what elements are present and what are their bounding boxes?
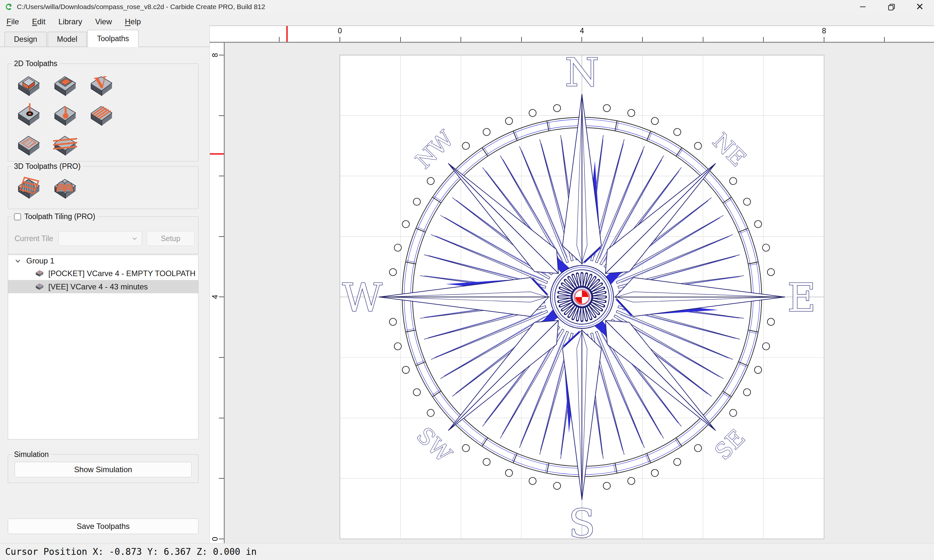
ruler-tick xyxy=(400,37,401,42)
close-button[interactable]: ✕ xyxy=(905,0,934,14)
cursor-y-marker xyxy=(210,153,224,155)
group-2d-toolpaths: 2D Toolpaths V xyxy=(8,63,199,162)
menu-help[interactable]: Help xyxy=(119,15,147,28)
toolpath-tree: Group 1 V[POCKET] VCarve 4 - EMPTY TOOLP… xyxy=(8,255,199,440)
current-tile-label: Current Tile xyxy=(15,234,59,243)
ruler-tick xyxy=(219,236,224,237)
ruler-tick xyxy=(521,37,522,42)
svg-text:E: E xyxy=(788,275,816,320)
ruler-label-x-8: 8 xyxy=(822,26,826,35)
keyhole-toolpath-button[interactable] xyxy=(51,102,79,128)
toolpath-2d-icon-grid: V xyxy=(8,64,198,163)
ruler-tick xyxy=(884,37,885,42)
ruler-tick xyxy=(824,37,825,42)
ruler-tick xyxy=(642,37,643,42)
ruler-tick xyxy=(703,37,703,42)
ruler-corner xyxy=(210,26,225,42)
svg-text:N: N xyxy=(565,50,599,95)
cursor-position-text: Cursor Position X: -0.873 Y: 6.367 Z: 0.… xyxy=(5,546,256,557)
menu-edit[interactable]: Edit xyxy=(26,15,52,28)
svg-text:V: V xyxy=(38,270,42,275)
ruler-tick xyxy=(219,538,224,539)
group-3d-toolpaths: 3D Toolpaths (PRO) xyxy=(8,166,199,209)
status-bar: Cursor Position X: -0.873 Y: 6.367 Z: 0.… xyxy=(0,543,934,560)
group-2d-title: 2D Toolpaths xyxy=(11,59,60,68)
ruler-tick xyxy=(763,37,764,42)
show-simulation-button[interactable]: Show Simulation xyxy=(15,462,192,477)
ruler-tick xyxy=(219,418,224,418)
tiling-title: Toolpath Tiling (PRO) xyxy=(24,212,96,221)
simulation-title: Simulation xyxy=(11,450,51,459)
cursor-x-marker xyxy=(287,26,288,42)
ruler-label-x-4: 4 xyxy=(580,26,584,35)
menu-bar: FileEditLibraryViewHelp xyxy=(0,14,147,30)
tree-group-label: Group 1 xyxy=(26,256,54,265)
rest-machining-toolpath-button[interactable] xyxy=(51,132,79,158)
toolpath-item-label: [POCKET] VCarve 4 - EMPTY TOOLPATH xyxy=(48,269,196,278)
ruler-label-x-0: 0 xyxy=(338,26,342,35)
restore-button[interactable] xyxy=(877,0,905,14)
toolpath-3d-icon-grid xyxy=(8,166,198,206)
ruler-label-y-4: 4 xyxy=(211,295,220,299)
ruler-tick xyxy=(219,55,224,55)
finish-toolpath-button[interactable] xyxy=(51,175,79,201)
group-3d-title: 3D Toolpaths (PRO) xyxy=(11,162,83,171)
app-logo-icon xyxy=(5,2,14,11)
ruler-tick xyxy=(219,478,224,478)
engrave-toolpath-button[interactable] xyxy=(87,102,116,128)
compass-rose-drawing: NSWENWNESESW xyxy=(225,43,934,543)
rough-toolpath-button[interactable] xyxy=(15,175,43,201)
drill-toolpath-button[interactable] xyxy=(15,102,43,128)
chevron-down-icon xyxy=(14,257,22,265)
design-canvas[interactable]: NSWENWNESESW xyxy=(225,43,934,543)
tab-toolpaths[interactable]: Toolpaths xyxy=(88,30,138,47)
horizontal-ruler: 048 xyxy=(225,26,934,42)
svg-text:W: W xyxy=(342,275,382,320)
menu-file[interactable]: File xyxy=(0,15,26,28)
svg-text:V: V xyxy=(38,283,42,288)
tab-design[interactable]: Design xyxy=(5,32,47,47)
current-tile-select[interactable] xyxy=(59,231,142,246)
vcarve-toolpath-icon: V xyxy=(35,269,45,278)
group-toolpath-tiling: Toolpath Tiling (PRO) Current Tile Setup xyxy=(8,217,199,254)
group-simulation: Simulation Show Simulation xyxy=(8,454,199,483)
setup-button[interactable]: Setup xyxy=(146,231,194,246)
window-title: C:/Users/willa/Downloads/compass_rose_v8… xyxy=(17,3,265,11)
current-tile-row: Current Tile Setup xyxy=(15,231,194,246)
tab-strip: DesignModelToolpaths xyxy=(0,30,210,47)
ruler-tick xyxy=(219,357,224,358)
tiling-checkbox[interactable] xyxy=(14,213,21,220)
toolpath-item-label: [VEE] VCarve 4 - 43 minutes xyxy=(48,282,148,291)
minimize-button[interactable] xyxy=(848,0,877,14)
tab-model[interactable]: Model xyxy=(48,32,87,47)
ruler-tick xyxy=(461,37,461,42)
toolpath-list-item[interactable]: V[POCKET] VCarve 4 - EMPTY TOOLPATH xyxy=(8,267,198,280)
menu-view[interactable]: View xyxy=(89,15,119,28)
ruler-tick xyxy=(339,37,340,42)
svg-text:S: S xyxy=(569,501,595,543)
tree-group-row[interactable]: Group 1 xyxy=(8,255,198,267)
vcarve-toolpath-icon: V xyxy=(35,283,45,291)
tiling-header: Toolpath Tiling (PRO) xyxy=(11,212,98,221)
ruler-label-y-8: 8 xyxy=(211,53,220,57)
ruler-tick xyxy=(219,175,224,176)
vertical-ruler: 840 xyxy=(210,43,224,543)
ruler-tick xyxy=(219,115,224,116)
vcarve-toolpath-button[interactable]: V xyxy=(87,72,116,98)
ruler-tick xyxy=(279,37,279,42)
ruler-label-y-0: 0 xyxy=(211,537,220,541)
menu-library[interactable]: Library xyxy=(52,15,89,28)
pocket-toolpath-button[interactable] xyxy=(51,72,79,98)
ruler-tick xyxy=(581,37,582,42)
contour-toolpath-button[interactable] xyxy=(15,72,43,98)
save-toolpaths-button[interactable]: Save Toolpaths xyxy=(8,518,199,534)
ruler-tick xyxy=(219,297,224,297)
toolpath-list-item[interactable]: V[VEE] VCarve 4 - 43 minutes xyxy=(8,280,198,293)
title-bar: C:/Users/willa/Downloads/compass_rose_v8… xyxy=(0,0,934,14)
chevron-down-icon xyxy=(131,236,138,241)
window-controls: ✕ xyxy=(848,0,934,14)
texture-toolpath-button[interactable] xyxy=(15,132,43,158)
